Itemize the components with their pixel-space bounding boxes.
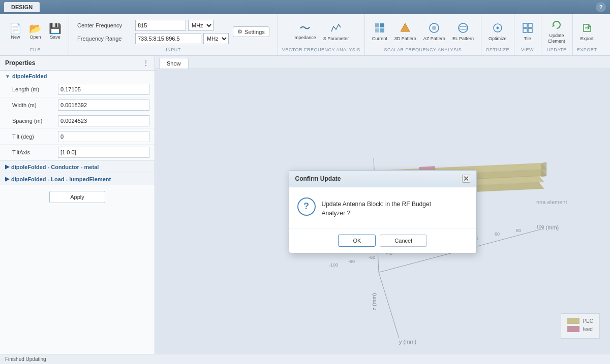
modal-body: ? Update Antenna Block: in the RF Budget…	[289, 187, 476, 228]
ribbon-section-optimize: Optimize OPTIMIZE	[481, 14, 514, 55]
file-section-label: FILE	[30, 47, 41, 53]
conductor-section[interactable]: ▶ dipoleFolded - Conductor - metal	[0, 160, 155, 173]
export-button[interactable]: Export	[577, 20, 597, 44]
save-button[interactable]: 💾 Save	[46, 21, 65, 42]
svg-rect-1	[380, 23, 384, 27]
prop-input-tilt[interactable]	[58, 131, 149, 142]
3d-pattern-icon	[400, 22, 411, 35]
save-label: Save	[50, 35, 60, 40]
prop-name-width: Width (m)	[12, 102, 58, 108]
tree-root-item[interactable]: ▼ dipoleFolded	[0, 71, 155, 82]
svg-rect-3	[380, 28, 384, 32]
help-button[interactable]: ?	[596, 2, 606, 12]
design-tab[interactable]: DESIGN	[4, 2, 40, 12]
el-pattern-button[interactable]: EL Pattern	[449, 20, 477, 44]
center-freq-unit[interactable]: MHz GHz	[188, 20, 214, 31]
prop-name-spacing: Spacing (m)	[12, 118, 58, 124]
properties-panel: Properties ⋮ ▼ dipoleFolded Length (m) W…	[0, 56, 155, 354]
svg-rect-2	[375, 28, 379, 32]
view-buttons: Tile	[518, 16, 537, 47]
show-tab[interactable]: Show	[159, 58, 189, 69]
ok-button[interactable]: OK	[338, 235, 376, 247]
freq-range-unit[interactable]: MHz GHz	[203, 33, 229, 44]
ribbon-section-file: 📄 New 📂 Open 💾 Save FILE	[2, 14, 69, 55]
optimize-label: Optimize	[489, 36, 507, 42]
ribbon-section-input: Center Frequency MHz GHz Frequency Range…	[69, 14, 278, 55]
modal-title: Confirm Update	[295, 175, 341, 182]
prop-input-tiltaxis[interactable]	[58, 147, 149, 158]
panel-header: Properties ⋮	[0, 56, 155, 71]
scalar-section-label: SCALAR FREQUENCY ANALYSIS	[384, 47, 462, 53]
settings-button[interactable]: ⚙ Settings	[233, 26, 269, 37]
modal-header: Confirm Update ✕	[289, 171, 476, 187]
center-freq-row: Center Frequency MHz GHz	[77, 20, 229, 31]
tile-label: Tile	[524, 36, 531, 42]
apply-button[interactable]: Apply	[49, 191, 105, 203]
svg-point-8	[459, 26, 468, 29]
panel-menu-icon[interactable]: ⋮	[142, 59, 149, 67]
update-element-label: Update Element	[548, 33, 565, 44]
update-buttons: Update Element	[545, 16, 568, 47]
load-arrow: ▶	[5, 176, 9, 182]
status-bar: Finished Updating	[0, 354, 610, 364]
load-label: dipoleFolded - Load - lumpedElement	[11, 176, 111, 182]
ribbon-section-export: Export EXPORT	[573, 14, 601, 55]
panel-title: Properties	[5, 59, 35, 67]
svg-rect-10	[523, 23, 527, 27]
freq-range-label: Frequency Range	[77, 36, 133, 42]
ribbon-section-update: Update Element UPDATE	[541, 14, 573, 55]
s-param-button[interactable]: S Parameter	[320, 20, 352, 44]
title-bar: DESIGN ?	[0, 0, 610, 14]
svg-rect-11	[528, 23, 532, 27]
modal-footer: OK Cancel	[289, 228, 476, 253]
svg-rect-13	[528, 28, 532, 32]
new-button[interactable]: 📄 New	[6, 21, 25, 42]
center-freq-label: Center Frequency	[77, 22, 133, 28]
optimize-button[interactable]: Optimize	[485, 20, 510, 44]
tree-root-label: dipoleFolded	[12, 73, 47, 79]
tile-button[interactable]: Tile	[518, 20, 537, 44]
current-button[interactable]: Current	[369, 20, 390, 44]
ribbon: 📄 New 📂 Open 💾 Save FILE Center Frequenc…	[0, 14, 610, 56]
3d-pattern-button[interactable]: 3D Pattern	[391, 20, 419, 44]
el-pattern-label: EL Pattern	[452, 36, 474, 42]
tile-icon	[522, 22, 533, 35]
new-label: New	[11, 35, 20, 40]
3d-pattern-label: 3D Pattern	[394, 36, 416, 42]
cancel-button[interactable]: Cancel	[380, 235, 426, 247]
prop-row-tiltaxis: TiltAxis	[0, 145, 155, 160]
az-pattern-label: AZ Pattern	[423, 36, 445, 42]
save-icon: 💾	[49, 23, 62, 34]
az-pattern-icon	[429, 22, 440, 35]
prop-input-width[interactable]	[58, 100, 149, 111]
modal-close-button[interactable]: ✕	[462, 175, 470, 183]
modal-overlay: Confirm Update ✕ ? Update Antenna Block:…	[155, 69, 610, 354]
update-element-button[interactable]: Update Element	[545, 17, 568, 46]
export-buttons: Export	[577, 16, 597, 47]
input-section-label: INPUT	[166, 47, 181, 53]
file-buttons: 📄 New 📂 Open 💾 Save	[6, 16, 65, 47]
export-section-label: EXPORT	[577, 47, 597, 53]
el-pattern-icon	[458, 22, 469, 35]
freq-range-input[interactable]	[135, 33, 201, 44]
vector-section-label: VECTOR FREQUENCY ANALYSIS	[282, 47, 360, 53]
prop-row-width: Width (m)	[0, 97, 155, 113]
update-element-icon	[551, 19, 562, 32]
impedance-button[interactable]: 〜 Impedance	[290, 21, 319, 43]
load-section[interactable]: ▶ dipoleFolded - Load - lumpedElement	[0, 173, 155, 185]
export-icon	[582, 22, 593, 35]
center-freq-input[interactable]	[135, 20, 186, 31]
modal-question-icon: ?	[297, 197, 316, 216]
new-icon: 📄	[9, 23, 22, 34]
s-param-icon	[330, 22, 342, 35]
open-button[interactable]: 📂 Open	[26, 21, 45, 42]
open-icon: 📂	[29, 23, 42, 34]
prop-row-spacing: Spacing (m)	[0, 113, 155, 129]
svg-marker-4	[401, 23, 410, 31]
az-pattern-button[interactable]: AZ Pattern	[420, 20, 448, 44]
open-label: Open	[29, 35, 41, 40]
prop-input-length[interactable]	[58, 84, 149, 95]
svg-point-7	[459, 23, 468, 32]
prop-input-spacing[interactable]	[58, 115, 149, 126]
impedance-label: Impedance	[293, 35, 316, 41]
